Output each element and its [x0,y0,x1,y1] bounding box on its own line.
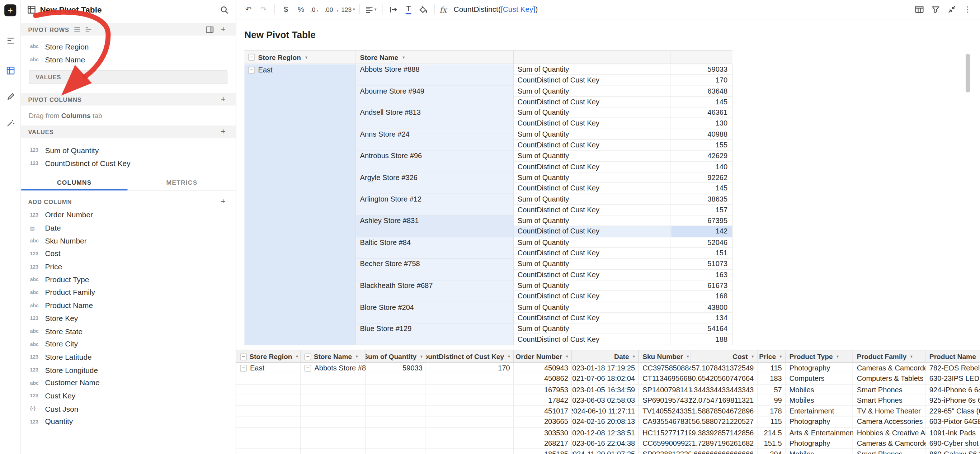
pivot-value-cell[interactable]: 67395 [671,216,732,226]
search-icon[interactable] [220,5,229,14]
pivot-measure-cell[interactable]: CountDistinct of Cust Key [514,248,671,259]
pivot-measure-cell[interactable]: CountDistinct of Cust Key [514,205,671,216]
pivot-value-cell[interactable]: 151 [671,248,732,259]
pivot-store-cell[interactable]: Anns Store #24 [356,129,514,151]
pivot-measure-cell[interactable]: Sum of Quantity [514,108,671,118]
pivot-measure-cell[interactable]: CountDistinct of Cust Key [514,270,671,281]
table-cell[interactable]: 60.65420560747664 [691,374,757,384]
pivot-store-cell[interactable]: Blackheath Store #687 [356,281,514,302]
pivot-value-cell[interactable]: 51073 [671,259,732,270]
table-cell[interactable] [236,427,301,438]
table-cell[interactable]: 2023-06-03 02:58:03 [572,395,638,406]
pivot-value-cell[interactable]: 38635 [671,194,732,205]
chevron-down-icon[interactable]: ▾ [356,354,358,359]
table-cell[interactable] [426,406,514,417]
table-cell[interactable]: TV & Home Theater [853,406,926,417]
column-list-item[interactable]: ▤Date [21,222,235,235]
pivot-measure-cell[interactable]: CountDistinct of Cust Key [514,334,671,345]
table-cell[interactable]: Entertainment [786,406,853,417]
tab-metrics[interactable]: METRICS [128,176,235,190]
table-cell[interactable]: Photography [786,363,853,374]
table-cell[interactable] [426,374,514,384]
pivot-measure-cell[interactable]: CountDistinct of Cust Key [514,226,671,237]
pivot-value-cell[interactable]: 42629 [671,151,732,161]
pivot-measure-cell[interactable]: Sum of Quantity [514,302,671,313]
value-field[interactable]: 123CountDistinct of Cust Key [21,157,235,170]
table-cell[interactable]: 141.58878504672896 [691,406,757,417]
table-cell[interactable]: −East [236,363,301,374]
kebab-menu-icon[interactable]: ⋮ [961,3,975,16]
table-cell[interactable]: CC6599009923 [639,438,691,449]
table-cell[interactable]: 13.344334433443343 [691,384,757,395]
column-list-item[interactable]: 123Order Number [21,209,235,222]
chevron-down-icon[interactable]: ▾ [305,54,307,60]
data-header-date[interactable]: Date▾ [572,350,638,363]
pivot-element-icon[interactable] [4,64,16,76]
table-cell[interactable]: 268217 [514,438,572,449]
table-cell[interactable]: 1091-Ink Pads [926,427,980,438]
annotate-pen-icon[interactable] [4,91,16,103]
data-header-price[interactable]: Price▾ [757,350,786,363]
pivot-vertical-scrollbar[interactable] [966,54,970,92]
table-cell[interactable]: −Abbots Store #888 [301,363,366,374]
pivot-value-cell[interactable]: 134 [671,313,732,324]
pivot-value-cell[interactable]: 43800 [671,302,732,313]
pivot-measure-cell[interactable]: CountDistinct of Cust Key [514,118,671,129]
pivot-store-cell[interactable]: Arlington Store #12 [356,194,514,216]
pivot-row-field[interactable]: abcStore Region [21,40,235,53]
table-cell[interactable]: 170 [426,363,514,374]
table-cell[interactable]: 178 [757,406,786,417]
list-view-icon[interactable] [73,26,80,32]
table-cell[interactable]: 229-65" Class (64 [926,406,980,417]
column-list-item[interactable]: abcStore City [21,338,235,351]
table-cell[interactable]: Camera Accessories [853,417,926,427]
column-list-item[interactable]: 123Store Longitude [21,364,235,376]
pivot-value-cell[interactable]: 54164 [671,324,732,334]
table-cell[interactable]: 17842 [514,395,572,406]
column-list-item[interactable]: 123Store Key [21,312,235,325]
pivot-value-cell[interactable]: 142 [671,226,732,237]
table-cell[interactable]: Cameras & Camcorders [853,363,926,374]
column-list-item[interactable]: 123Cost [21,248,235,260]
table-cell[interactable] [366,395,426,406]
table-cell[interactable]: 450862 [514,374,572,384]
pivot-store-cell[interactable]: Abbots Store #888 [356,64,514,86]
table-cell[interactable]: TV1405524335 [639,406,691,417]
table-cell[interactable]: 2023-01-05 16:34:59 [572,384,638,395]
table-cell[interactable] [301,449,366,454]
table-cell[interactable]: 115 [757,363,786,374]
data-header-order-number[interactable]: Order Number▾ [514,350,572,363]
table-cell[interactable]: CA9355467830 [639,417,691,427]
chevron-down-icon[interactable]: ▾ [751,354,754,359]
collapse-icon[interactable]: − [305,365,311,371]
collapse-icon[interactable]: − [240,365,247,371]
pivot-measure-cell[interactable]: CountDistinct of Cust Key [514,140,671,151]
data-header-store-region[interactable]: −Store Region▾ [236,350,301,363]
column-list-item[interactable]: 123Store Latitude [21,351,235,364]
table-cell[interactable] [236,395,301,406]
increase-decimal-button[interactable]: .00→ [324,3,339,16]
decrease-decimal-button[interactable]: .0← [309,3,323,16]
table-cell[interactable] [366,374,426,384]
pivot-value-cell[interactable]: 157 [671,205,732,216]
pivot-value-cell[interactable]: 188 [671,334,732,345]
pivot-measure-cell[interactable]: Sum of Quantity [514,216,671,226]
pivot-value-cell[interactable]: 145 [671,183,732,194]
pivot-value-cell[interactable]: 40988 [671,129,732,140]
pivot-store-cell[interactable]: Blore Store #204 [356,302,514,324]
table-cell[interactable]: Mobiles [786,395,853,406]
pivot-store-cell[interactable]: Abourne Store #949 [356,86,514,108]
table-cell[interactable]: Photography [786,438,853,449]
table-cell[interactable]: Smart Phones [853,449,926,454]
pivot-value-cell[interactable]: 46361 [671,108,732,118]
column-list-item[interactable]: abcSku Number [21,235,235,248]
table-cell[interactable] [426,395,514,406]
pivot-store-cell[interactable]: Blue Store #129 [356,324,514,345]
table-cell[interactable]: Mobiles [786,449,853,454]
table-cell[interactable]: 99 [757,395,786,406]
value-field[interactable]: 123Sum of Quantity [21,144,235,157]
table-cell[interactable] [366,406,426,417]
pivot-value-cell[interactable]: 145 [671,97,732,108]
tab-columns[interactable]: COLUMNS [21,176,128,190]
table-cell[interactable]: CT1134695668 [639,374,691,384]
